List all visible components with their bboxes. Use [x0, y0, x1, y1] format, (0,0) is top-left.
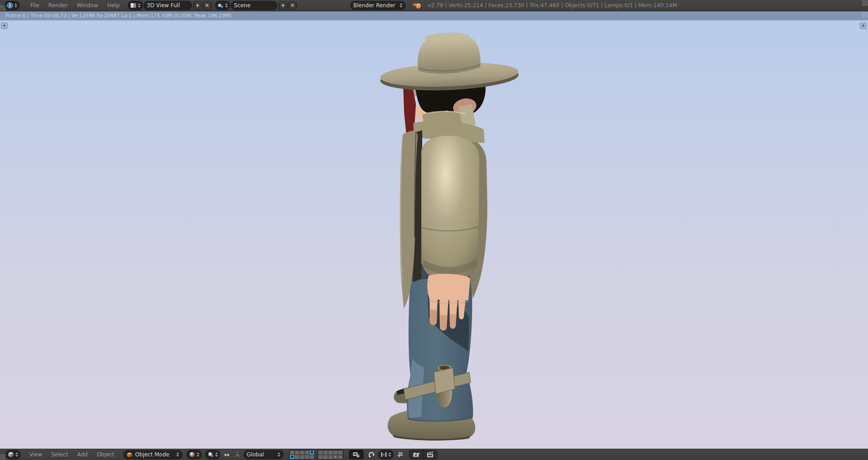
manipulate-center-points-toggle[interactable]: ↔	[223, 451, 231, 459]
add-scene-button[interactable]: +	[279, 1, 288, 10]
add-screen-layout-button[interactable]: +	[193, 1, 202, 10]
menu-file[interactable]: File	[26, 2, 44, 9]
pivot-point-dropdown[interactable]	[205, 450, 220, 459]
screen-layout-value: 3D View Full	[147, 2, 180, 9]
3d-viewport[interactable]: Frame:0 | Time:00:00.73 | Ve:12596 Fa:20…	[0, 11, 868, 449]
scene-statistics: v2.79 | Verts:25,214 | Faces:23,730 | Tr…	[428, 2, 677, 9]
transform-manipulator-toggle[interactable]	[233, 451, 242, 459]
shading-sphere-icon	[189, 451, 195, 458]
editor-type-selector-info[interactable]	[5, 1, 19, 10]
layer-cell[interactable]	[333, 455, 338, 459]
character-arm	[421, 136, 479, 281]
mode-value: Object Mode	[135, 451, 170, 458]
layer-grid-group1	[289, 450, 315, 460]
layer-cell[interactable]	[290, 455, 294, 459]
area-corner-grip[interactable]	[0, 5, 6, 11]
opengl-render-group	[409, 450, 438, 459]
lock-to-scene-toggle[interactable]	[349, 450, 363, 459]
snap-toggle[interactable]	[367, 451, 376, 459]
spinner[interactable]	[225, 3, 228, 8]
manipulator-axis-icon	[234, 451, 241, 458]
menu-window[interactable]: Window	[72, 2, 103, 9]
scene-datablock-icon-button[interactable]	[215, 1, 230, 10]
snap-element-dropdown[interactable]	[378, 450, 393, 459]
spinner[interactable]	[14, 3, 17, 8]
layer-cell[interactable]	[323, 455, 328, 459]
layer-cell[interactable]	[318, 455, 323, 459]
close-scene-button[interactable]: ✕	[288, 1, 297, 10]
camera-icon	[413, 451, 420, 458]
layer-cell[interactable]	[323, 451, 328, 455]
layer-grid-group2	[317, 450, 344, 460]
spinner[interactable]	[400, 3, 402, 8]
character-hat	[378, 29, 519, 93]
scene-name-value: Scene	[234, 2, 251, 9]
menu-view[interactable]: View	[25, 451, 47, 458]
layer-cell[interactable]	[295, 455, 299, 459]
layer-cell[interactable]	[310, 455, 314, 459]
spinner[interactable]	[278, 452, 280, 457]
layer-cell[interactable]	[290, 451, 294, 455]
spinner[interactable]	[215, 452, 218, 457]
editor-type-selector-3d-view[interactable]	[5, 450, 20, 459]
magnet-icon	[368, 451, 374, 458]
spinner[interactable]	[197, 452, 199, 457]
layer-cell[interactable]	[300, 455, 304, 459]
spinner[interactable]	[138, 3, 141, 8]
orientation-value: Global	[247, 451, 264, 458]
area-corner-grip[interactable]	[0, 454, 6, 460]
spinner[interactable]	[388, 452, 391, 457]
mode-selector-dropdown[interactable]: Object Mode	[123, 450, 182, 459]
3d-view-editor-icon	[8, 451, 14, 458]
view-menubar: View Select Add Object	[25, 451, 119, 458]
clapperboard-icon	[427, 451, 434, 458]
layer-cell[interactable]	[310, 451, 314, 455]
blender-window: File Render Window Help 3D View Full + ✕	[0, 0, 868, 460]
layer-cell[interactable]	[305, 451, 309, 455]
opengl-render-image-button[interactable]	[410, 451, 423, 459]
pivot-point-icon	[208, 451, 214, 458]
layer-cell[interactable]	[318, 451, 323, 455]
menu-add[interactable]: Add	[73, 451, 92, 458]
object-mode-icon	[127, 452, 132, 458]
menu-help[interactable]: Help	[103, 2, 124, 9]
lock-scene-icon	[353, 452, 359, 458]
info-editor-header: File Render Window Help 3D View Full + ✕	[0, 0, 868, 11]
screen-layout-icon	[130, 3, 137, 8]
screen-layout-name-field[interactable]: 3D View Full	[144, 1, 192, 10]
close-screen-layout-button[interactable]: ✕	[203, 1, 212, 10]
opengl-render-animation-button[interactable]	[423, 451, 437, 459]
main-menubar: File Render Window Help	[26, 2, 124, 9]
snap-target-icon	[397, 451, 403, 458]
screen-layout-icon-button[interactable]	[128, 1, 143, 10]
spinner[interactable]	[176, 452, 179, 457]
menu-select[interactable]: Select	[47, 451, 72, 458]
area-corner-grip[interactable]	[862, 0, 868, 6]
3d-view-header: View Select Add Object Object Mode	[0, 449, 868, 460]
character-model	[0, 11, 868, 449]
snap-target-button[interactable]	[396, 451, 405, 459]
layer-cell[interactable]	[333, 451, 338, 455]
menu-render[interactable]: Render	[44, 2, 72, 9]
spinner[interactable]	[15, 452, 18, 457]
layer-cell[interactable]	[338, 455, 343, 459]
blender-logo-icon	[412, 2, 422, 9]
layer-cell[interactable]	[328, 455, 333, 459]
transform-orientation-dropdown[interactable]: Global	[244, 450, 283, 459]
layer-cell[interactable]	[295, 451, 299, 455]
menu-object[interactable]: Object	[92, 451, 119, 458]
info-editor-icon	[7, 2, 13, 9]
layer-cell[interactable]	[338, 451, 343, 455]
layer-cell[interactable]	[300, 451, 304, 455]
scene-name-field[interactable]: Scene	[231, 1, 277, 10]
viewport-shading-dropdown[interactable]	[187, 450, 202, 459]
layer-cell[interactable]	[305, 455, 309, 459]
render-engine-dropdown[interactable]: Blender Render	[350, 1, 406, 10]
scene-icon	[217, 3, 224, 9]
snap-increment-icon	[381, 452, 387, 457]
layer-cell[interactable]	[328, 451, 333, 455]
render-engine-value: Blender Render	[354, 2, 396, 9]
